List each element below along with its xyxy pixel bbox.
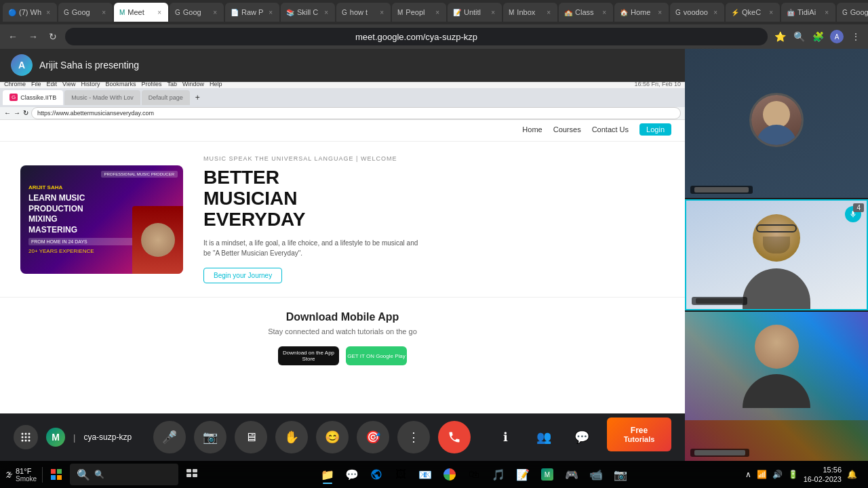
more-options-button[interactable]: ⋮	[397, 421, 430, 453]
tab-close-4[interactable]: ×	[212, 8, 218, 17]
mic-button[interactable]: 🎤	[153, 421, 186, 453]
people-button[interactable]: 👥	[530, 424, 557, 451]
bookmark-icon[interactable]: ⭐	[773, 30, 787, 43]
network-icon[interactable]: 📶	[757, 470, 767, 479]
tab-2[interactable]: G Goog ×	[58, 3, 113, 22]
info-button[interactable]: ℹ	[492, 424, 519, 451]
taskbar-camera[interactable]: 📷	[610, 464, 631, 485]
taskbar-spotify[interactable]: 🎵	[488, 464, 509, 485]
tab-close-10[interactable]: ×	[545, 8, 552, 17]
tab-close-1[interactable]: ×	[45, 8, 52, 17]
tab-close-7[interactable]: ×	[378, 8, 385, 17]
inner-menu-window[interactable]: Window	[182, 82, 204, 87]
tab-close-tidi[interactable]: ×	[823, 8, 830, 17]
inner-menu-tab[interactable]: Tab	[167, 82, 177, 87]
tab-close-5[interactable]: ×	[267, 8, 274, 17]
tab-qke[interactable]: ⚡ QkeC ×	[726, 3, 780, 22]
volume-icon[interactable]: 🔊	[772, 470, 783, 479]
tab-class[interactable]: 🏫 Class ×	[559, 3, 613, 22]
browser-menu-icon[interactable]: ⋮	[849, 30, 863, 43]
battery-icon[interactable]: 🔋	[788, 470, 798, 479]
present-button[interactable]: 🖥	[235, 421, 267, 453]
taskbar-meet[interactable]: M	[536, 464, 558, 485]
tab-close-9[interactable]: ×	[490, 8, 496, 17]
google-play-badge[interactable]: GET IT ON Google Play	[346, 346, 407, 365]
taskbar-search[interactable]: 🔍 🔍	[70, 464, 178, 485]
activities-button[interactable]: 🎯	[357, 421, 389, 453]
notifications-icon[interactable]: 🔔	[847, 470, 857, 479]
taskbar-file-explorer[interactable]: 📁	[317, 464, 338, 485]
taskbar-zoom[interactable]: 📹	[585, 464, 607, 485]
inner-tab-1[interactable]: G Classike.IITB	[3, 90, 63, 105]
tab-close-home[interactable]: ×	[656, 8, 663, 17]
taskbar-teams[interactable]: 💬	[341, 464, 363, 485]
tab-close-voodoo[interactable]: ×	[712, 8, 719, 17]
tab-close-2[interactable]: ×	[100, 8, 107, 17]
hidden-icons[interactable]: ∧	[745, 470, 751, 479]
tab-home[interactable]: 🏠 Home ×	[614, 3, 669, 22]
tab-8[interactable]: M Peopl ×	[392, 3, 446, 22]
app-grid-button[interactable]	[14, 425, 38, 449]
inner-menu-help[interactable]: Help	[210, 82, 222, 87]
tab-close-qke[interactable]: ×	[768, 8, 774, 17]
tab-1[interactable]: 🔵 (7) Wh ×	[3, 3, 57, 22]
inner-menu-history[interactable]: History	[81, 82, 100, 87]
nav-login-button[interactable]: Login	[639, 123, 671, 136]
tab-close-class[interactable]: ×	[601, 8, 608, 17]
tab-close-8[interactable]: ×	[434, 8, 441, 17]
camera-button[interactable]: 📷	[194, 421, 226, 453]
forward-button[interactable]: →	[26, 30, 41, 43]
address-bar[interactable]: meet.google.com/cya-suzp-kzp	[65, 28, 768, 45]
inner-tab-2[interactable]: Music - Made With Lov	[64, 90, 140, 105]
nav-courses[interactable]: Courses	[553, 125, 581, 134]
tab-tidi[interactable]: 🤖 TidiAi ×	[781, 3, 835, 22]
taskbar-mail[interactable]: 📧	[414, 464, 436, 485]
tab-meet[interactable]: M Meet ×	[114, 3, 168, 22]
tab-10[interactable]: M Inbox ×	[503, 3, 557, 22]
tab-search-icon[interactable]: 🔍	[792, 30, 806, 43]
extension-icon[interactable]: 🧩	[811, 30, 825, 43]
back-button[interactable]: ←	[5, 30, 20, 43]
tab-goog2[interactable]: G Goog ×	[837, 3, 868, 22]
begin-journey-button[interactable]: Begin your Journey	[203, 268, 282, 283]
chat-button[interactable]: 💬	[568, 424, 595, 451]
raise-hand-button[interactable]: ✋	[275, 421, 308, 453]
inner-new-tab[interactable]: +	[191, 88, 204, 107]
taskbar-edge[interactable]	[366, 464, 387, 485]
end-call-button[interactable]	[438, 421, 471, 453]
nav-home[interactable]: Home	[522, 125, 542, 134]
taskbar-photos[interactable]: 🖼	[390, 464, 412, 485]
tab-4[interactable]: G Goog ×	[170, 3, 224, 22]
reload-button[interactable]: ↻	[46, 30, 60, 43]
tab-9[interactable]: 📝 Untitl ×	[448, 3, 502, 22]
inner-address-input[interactable]	[31, 107, 681, 119]
tab-voodoo[interactable]: G voodoo ×	[670, 3, 724, 22]
tab-6[interactable]: 📚 Skill C ×	[281, 3, 335, 22]
taskbar-notion[interactable]: 📝	[512, 464, 534, 485]
profile-menu-icon[interactable]: A	[830, 30, 844, 43]
start-button[interactable]	[45, 464, 67, 485]
taskbar-weather[interactable]: 🌫 81°F Smoke	[5, 467, 43, 483]
inner-menu-chrome[interactable]: Chrome	[4, 82, 26, 87]
inner-menu-view[interactable]: View	[62, 82, 75, 87]
system-clock[interactable]: 15:56 16-02-2023	[804, 465, 842, 485]
nav-contact[interactable]: Contact Us	[592, 125, 629, 134]
inner-menu-edit[interactable]: Edit	[47, 82, 58, 87]
inner-forward-btn[interactable]: →	[14, 109, 20, 117]
inner-back-btn[interactable]: ←	[4, 109, 11, 117]
emoji-button[interactable]: 😊	[316, 421, 349, 453]
inner-menu-bookmarks[interactable]: Bookmarks	[105, 82, 136, 87]
inner-menu-file[interactable]: File	[31, 82, 41, 87]
inner-tab-3[interactable]: Default page	[142, 90, 190, 105]
taskbar-store[interactable]: 🛍	[463, 464, 485, 485]
tab-close-meet[interactable]: ×	[156, 8, 163, 17]
tab-close-6[interactable]: ×	[323, 8, 330, 17]
task-view-button[interactable]	[181, 464, 203, 485]
tab-5[interactable]: 📄 Raw P ×	[225, 3, 279, 22]
taskbar-discord[interactable]: 🎮	[561, 464, 583, 485]
taskbar-chrome[interactable]	[439, 464, 460, 485]
inner-reload-btn[interactable]: ↻	[23, 109, 28, 117]
app-store-badge[interactable]: Download on the App Store	[278, 346, 339, 365]
tab-7[interactable]: G how t ×	[336, 3, 391, 22]
inner-menu-profiles[interactable]: Profiles	[141, 82, 161, 87]
